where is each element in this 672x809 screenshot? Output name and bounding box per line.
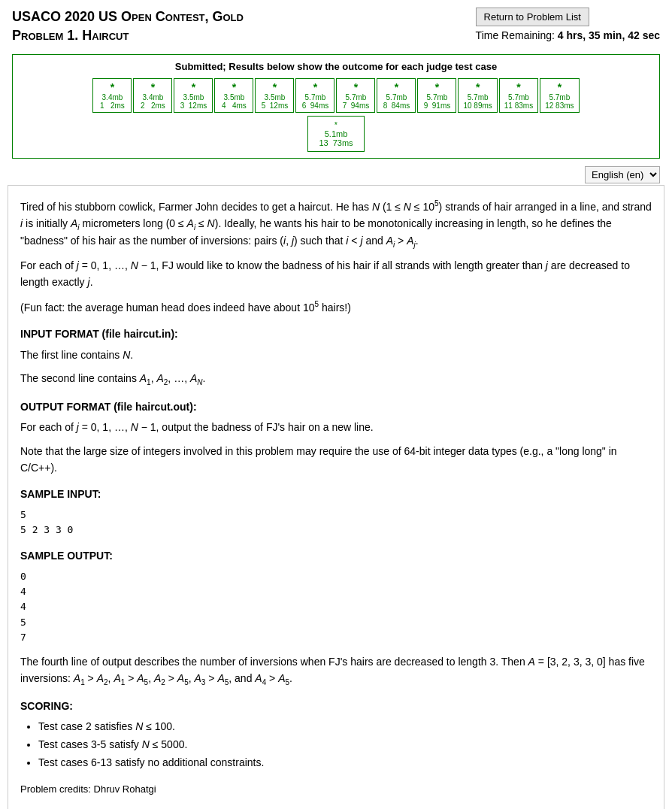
page-title: USACO 2020 US Open Contest, Gold Problem…	[12, 8, 244, 45]
problem-para3: (Fun fact: the average human head does i…	[20, 298, 652, 316]
output-para1: For each of j = 0, 1, …, N − 1, output t…	[20, 420, 652, 436]
test-cases-grid: * 3.4mb 1 2ms * 3.4mb 2 2ms * 3.5mb 3 12…	[19, 78, 653, 113]
list-item: Test cases 3-5 satisfy N ≤ 5000.	[38, 737, 652, 753]
time-remaining: Time Remaining: 4 hrs, 35 min, 42 sec	[476, 29, 660, 41]
input-format-header: INPUT FORMAT (file haircut.in):	[20, 326, 652, 343]
language-selector-row: English (en)	[0, 163, 672, 185]
list-item: Test cases 6-13 satisfy no additional co…	[38, 755, 652, 771]
list-item: * 3.5mb 5 12ms	[255, 78, 294, 113]
scoring-list: Test case 2 satisfies N ≤ 100. Test case…	[38, 719, 652, 771]
sample-output-header: SAMPLE OUTPUT:	[20, 548, 652, 565]
language-selector[interactable]: English (en)	[585, 166, 660, 183]
test-case-row2: * 5.1mb 13 73ms	[19, 116, 653, 152]
problem-para1: Tired of his stubborn cowlick, Farmer Jo…	[20, 198, 652, 250]
list-item: * 3.4mb 1 2ms	[92, 78, 132, 113]
input-para2: The second line contains A1, A2, …, AN.	[20, 371, 652, 388]
sample-output: 04457	[20, 569, 652, 645]
list-item: * 3.5mb 4 4ms	[214, 78, 253, 113]
list-item: * 3.4mb 2 2ms	[133, 78, 172, 113]
list-item: * 5.7mb 11 83ms	[499, 78, 538, 113]
explanation-para: The fourth line of output describes the …	[20, 654, 652, 688]
list-item: * 3.5mb 3 12ms	[174, 78, 213, 113]
list-item: Test case 2 satisfies N ≤ 100.	[38, 719, 652, 735]
scoring-header: SCORING:	[20, 698, 652, 715]
list-item: * 5.7mb 12 83ms	[540, 78, 579, 113]
test-cases-container: Submitted; Results below show the outcom…	[12, 54, 660, 159]
header: USACO 2020 US Open Contest, Gold Problem…	[0, 0, 672, 50]
list-item: * 5.1mb 13 73ms	[307, 116, 364, 152]
problem-para2: For each of j = 0, 1, …, N − 1, FJ would…	[20, 258, 652, 290]
return-to-problem-list-button[interactable]: Return to Problem List	[476, 8, 589, 26]
sample-input-header: SAMPLE INPUT:	[20, 486, 652, 503]
list-item: * 5.7mb 10 89ms	[458, 78, 497, 113]
input-para1: The first line contains N.	[20, 347, 652, 364]
problem-statement: Tired of his stubborn cowlick, Farmer Jo…	[8, 185, 664, 809]
output-para2: Note that the large size of integers inv…	[20, 444, 652, 476]
list-item: * 5.7mb 6 94ms	[295, 78, 334, 113]
test-cases-title: Submitted; Results below show the outcom…	[19, 61, 653, 72]
list-item: * 5.7mb 8 84ms	[377, 78, 416, 113]
output-format-header: OUTPUT FORMAT (file haircut.out):	[20, 399, 652, 416]
list-item: * 5.7mb 9 91ms	[417, 78, 456, 113]
header-right: Return to Problem List Time Remaining: 4…	[476, 8, 660, 41]
sample-input: 5 5 2 3 3 0	[20, 508, 652, 538]
list-item: * 5.7mb 7 94ms	[336, 78, 375, 113]
problem-credits: Problem credits: Dhruv Rohatgi	[20, 782, 652, 797]
